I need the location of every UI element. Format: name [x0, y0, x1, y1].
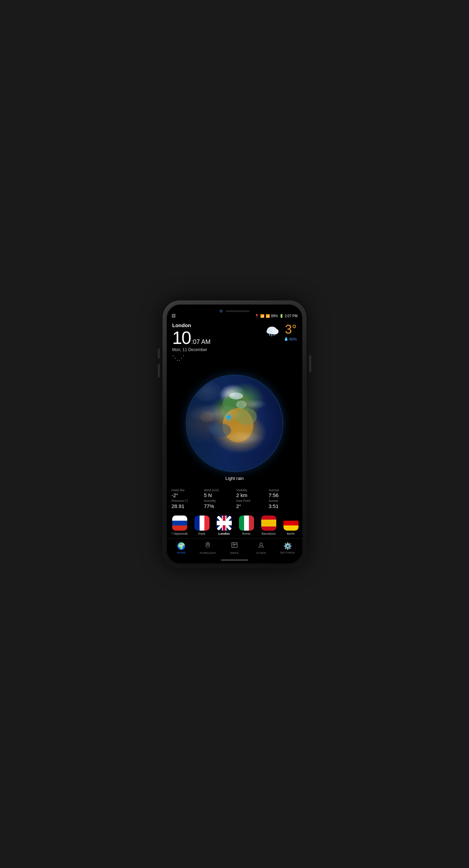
cities-icon — [257, 541, 265, 550]
home-label: HOME — [177, 551, 186, 554]
wind-item: Wind (m/s) 5 N Humidity 77% — [203, 488, 234, 510]
settings-label: SETTINGS — [280, 551, 295, 554]
russia-flag — [172, 516, 187, 531]
list-item[interactable]: Barcelona — [259, 516, 278, 535]
time-display-small: :07 AM — [191, 338, 211, 346]
london-marker — [227, 416, 230, 419]
location-icon: 📍 — [255, 314, 259, 318]
feels-like-item: Feels like -2° Pressure (") 28.91 — [170, 488, 202, 510]
list-item[interactable]: Berlin — [281, 516, 300, 535]
cloud-rain-icon — [264, 324, 281, 339]
signal-icon: 📶 — [266, 314, 270, 318]
precipitation-pct: 60% — [289, 337, 297, 341]
city-item-label: Barcelona — [262, 532, 276, 535]
forecast-icon — [204, 541, 212, 550]
france-flag — [194, 516, 210, 531]
germany-flag — [283, 516, 299, 531]
condition-label: Light rain — [225, 476, 243, 481]
globe-visualization[interactable]: Light rain — [167, 362, 302, 485]
visibility-item: Visibility 2 km Dew Point 2° — [235, 488, 267, 510]
list-item[interactable]: Rome — [237, 516, 256, 535]
temperature-display: 3° — [284, 322, 297, 337]
svg-point-15 — [206, 545, 210, 547]
settings-icon: ⚙️ — [283, 542, 292, 550]
city-item-label: Berlin — [287, 532, 295, 535]
sunrise-item: Sunrise 7:56 Sunset 3:51 — [267, 488, 299, 510]
power-button[interactable] — [309, 355, 311, 372]
weather-details-grid: Feels like -2° Pressure (") 28.91 Wind (… — [167, 485, 302, 513]
status-bar-right: 📍 📶 📶 89% 🔋 2:07 PM — [255, 314, 297, 318]
nav-settings[interactable]: ⚙️ SETTINGS — [274, 542, 301, 554]
city-name: London — [172, 322, 211, 328]
home-indicator — [221, 559, 248, 561]
bottom-navigation: 🌍 HOME FORECAST — [167, 538, 302, 558]
phone-screen: 🖼 📍 📶 📶 89% 🔋 2:07 PM London 10 — [167, 305, 302, 563]
volume-up-button[interactable] — [158, 348, 160, 359]
list-item[interactable]: London — [215, 516, 233, 535]
time-display-big: 10 — [172, 329, 191, 347]
svg-point-2 — [266, 329, 272, 334]
spain-flag — [261, 516, 276, 531]
nav-cities[interactable]: CITIES — [248, 541, 275, 555]
home-icon: 🌍 — [177, 542, 186, 550]
nav-maps[interactable]: MAPS — [221, 541, 248, 555]
cities-label: CITIES — [256, 551, 266, 555]
nav-forecast[interactable]: FORECAST — [195, 541, 221, 555]
list-item[interactable]: * Ulyanovsk — [170, 516, 189, 535]
svg-rect-5 — [274, 334, 274, 336]
city-item-label: Paris — [198, 532, 205, 535]
uk-flag — [217, 516, 232, 531]
list-item[interactable]: Paris — [192, 516, 211, 535]
speaker-grille — [226, 310, 250, 312]
phone-device: 🖼 📍 📶 📶 89% 🔋 2:07 PM London 10 — [163, 300, 306, 568]
camera-icon — [219, 309, 223, 313]
svg-point-17 — [260, 543, 263, 546]
cities-strip[interactable]: * Ulyanovsk Paris London — [167, 513, 302, 538]
wifi-icon: 📶 — [260, 314, 264, 318]
status-time: 2:07 PM — [285, 314, 297, 318]
city-item-label: Rome — [242, 532, 250, 535]
nav-home[interactable]: 🌍 HOME — [168, 542, 195, 554]
maps-icon — [231, 541, 238, 550]
image-icon: 🖼 — [172, 313, 178, 318]
italy-flag — [239, 516, 254, 531]
battery-pct: 89% — [271, 314, 278, 318]
city-item-label: London — [218, 532, 230, 535]
battery-icon: 🔋 — [279, 314, 283, 318]
svg-rect-3 — [269, 334, 270, 336]
city-item-label: * Ulyanovsk — [172, 532, 188, 535]
raindrop-icon: 💧 — [284, 337, 289, 341]
forecast-label: FORECAST — [200, 551, 216, 555]
date-display: Mon, 11 December — [172, 347, 211, 352]
maps-label: MAPS — [230, 551, 239, 555]
share-icon[interactable]: ⋱⋰ — [172, 354, 211, 362]
svg-rect-4 — [271, 334, 272, 336]
svg-point-1 — [271, 328, 278, 335]
volume-down-button[interactable] — [158, 364, 160, 377]
earth-globe — [187, 375, 282, 471]
